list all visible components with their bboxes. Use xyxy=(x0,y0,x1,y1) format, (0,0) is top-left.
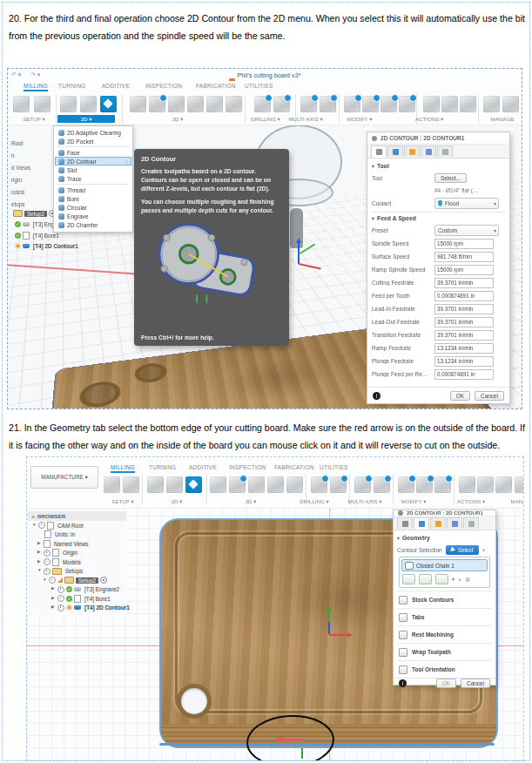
expand-icon[interactable] xyxy=(51,587,56,591)
select-button[interactable]: Select xyxy=(446,545,479,555)
multi-axis-icon[interactable] xyxy=(300,96,317,112)
tab-fabrication[interactable]: FABRICATION xyxy=(196,83,236,89)
multi-axis-icon[interactable] xyxy=(320,96,336,112)
expand-icon[interactable] xyxy=(37,550,42,555)
multi-axis-icon[interactable] xyxy=(374,476,390,493)
post-process-g1g2-icon[interactable] xyxy=(477,476,494,493)
tree-row-2d-contour[interactable]: [T4] 2D Contour1 xyxy=(15,243,80,249)
browser-item-setups[interactable]: etups xyxy=(10,201,26,207)
cancel-button[interactable]: Cancel xyxy=(461,679,490,688)
menu-item-face[interactable]: Face xyxy=(55,148,131,157)
3d-icon[interactable] xyxy=(210,476,226,493)
modify-icon[interactable] xyxy=(344,96,360,112)
tool-orientation-row[interactable]: Tool Orientation xyxy=(397,660,492,678)
2d-adaptive-icon[interactable] xyxy=(147,476,164,493)
3d-icon[interactable] xyxy=(187,96,204,112)
tab-linking[interactable] xyxy=(463,517,479,529)
info-icon[interactable] xyxy=(373,392,380,400)
group-label-setup[interactable]: SETUP ▾ xyxy=(104,497,142,505)
tab-milling[interactable]: MILLING xyxy=(24,83,48,91)
browser-item-cam-root[interactable]: Root xyxy=(10,140,24,146)
browser-item-engrave2[interactable]: [T3] Engrave2 xyxy=(27,585,126,595)
setup-sheet-icon[interactable] xyxy=(34,96,51,112)
field-input[interactable]: 15000 rpm xyxy=(434,265,494,275)
menu-item-2d-pocket[interactable]: 2D Pocket xyxy=(55,137,131,145)
tab-additive[interactable]: ADDITIVE xyxy=(189,464,217,470)
remove-icon[interactable] xyxy=(458,577,461,583)
3d-icon[interactable] xyxy=(226,96,242,112)
rest-machining-checkbox[interactable] xyxy=(399,631,407,639)
setup-sheet-icon[interactable] xyxy=(123,476,139,493)
browser-item-models[interactable]: Models xyxy=(27,557,126,567)
drilling-icon[interactable] xyxy=(311,476,327,493)
tool-library-icon[interactable] xyxy=(515,476,524,493)
menu-item-circular[interactable]: Circular xyxy=(55,203,131,212)
field-input[interactable]: 0.000874891 in xyxy=(434,291,494,301)
browser-item-origin[interactable]: Origin xyxy=(27,549,126,558)
tool-select-button[interactable]: Select... xyxy=(434,173,467,183)
tool-library-icon[interactable] xyxy=(483,96,500,112)
group-label-actions[interactable]: ACTIONS ▾ xyxy=(401,115,457,123)
browser-item-setups[interactable]: Setups xyxy=(27,567,126,577)
browser-header[interactable]: BROWSER xyxy=(27,511,126,521)
2d-adaptive-icon[interactable] xyxy=(60,96,77,112)
stock-contours-checkbox[interactable] xyxy=(399,596,407,604)
geometry-section-header[interactable]: Geometry xyxy=(397,532,492,544)
group-label-modify[interactable]: MODIFY ▾ xyxy=(387,497,440,505)
group-label-3d[interactable]: 3D ▾ xyxy=(220,497,281,505)
browser-item-bore1[interactable]: [T4] Bore1 xyxy=(27,594,126,604)
menu-item-slot[interactable]: Slot xyxy=(55,165,131,174)
simulate-icon[interactable] xyxy=(459,476,475,493)
setup-sheet-report-icon[interactable] xyxy=(460,96,476,112)
browser-item-2d-contour1[interactable]: [T4] 2D Contour1 xyxy=(27,604,126,613)
tree-row-setup2[interactable]: Setup2 xyxy=(13,210,56,217)
field-input[interactable]: 39.3701 in/min xyxy=(434,330,494,341)
3d-icon[interactable] xyxy=(149,96,165,112)
manufacture-menu-button[interactable]: MANUFACTURE ▾ xyxy=(30,466,98,489)
setup-icon[interactable] xyxy=(104,476,120,493)
ok-button[interactable]: OK xyxy=(436,679,456,688)
modify-icon[interactable] xyxy=(399,96,415,112)
3d-icon[interactable] xyxy=(130,96,146,112)
simulate-icon[interactable] xyxy=(423,96,440,112)
visibility-icon[interactable] xyxy=(57,586,64,593)
3d-icon[interactable] xyxy=(267,476,284,493)
menu-item-2d-contour[interactable]: 2D Contour xyxy=(55,157,131,165)
chevron-down-icon[interactable] xyxy=(452,577,455,582)
multi-axis-icon[interactable] xyxy=(354,476,371,493)
setup-icon[interactable] xyxy=(13,96,30,112)
2d-pocket-icon[interactable] xyxy=(80,96,97,112)
field-input[interactable]: 13.1234 in/min xyxy=(434,343,494,354)
dialog-header[interactable]: 2D CONTOUR : 2D CONTOUR1 xyxy=(367,132,509,145)
visibility-icon[interactable] xyxy=(57,604,64,611)
tab-additive[interactable]: ADDITIVE xyxy=(102,83,130,89)
post-process-g1g2-icon[interactable] xyxy=(441,96,458,112)
browser-item-cam-root[interactable]: CAM Root xyxy=(27,521,126,530)
tab-fabrication[interactable]: FABRICATION xyxy=(274,464,314,470)
menu-item-2d-adaptive-clearing[interactable]: 2D Adaptive Clearing xyxy=(55,128,131,137)
menu-item-bore[interactable]: Bore xyxy=(55,194,131,203)
2d-contour-icon[interactable] xyxy=(185,476,202,493)
wrap-toolpath-row[interactable]: Wrap Toolpath xyxy=(397,643,492,660)
drilling-icon[interactable] xyxy=(273,96,290,112)
chain-mode-icon[interactable] xyxy=(402,574,415,584)
tree-row-bore[interactable]: [T4] Bore1 xyxy=(15,232,61,240)
tab-turning[interactable]: TURNING xyxy=(149,464,176,470)
tool-orientation-checkbox[interactable] xyxy=(399,665,407,674)
expand-icon[interactable] xyxy=(51,597,56,601)
browser-item-setup2[interactable]: Setup2 xyxy=(27,576,126,585)
field-input[interactable]: 981.748 ft/min xyxy=(434,252,494,262)
menu-item-trace[interactable]: Trace xyxy=(55,174,131,183)
browser-item-origin[interactable]: rigin xyxy=(10,177,24,183)
expand-icon[interactable] xyxy=(43,578,47,583)
modify-icon[interactable] xyxy=(434,476,451,493)
browser-item-models[interactable]: odels xyxy=(10,189,26,195)
field-input[interactable]: 39.3701 in/min xyxy=(434,317,494,327)
modify-icon[interactable] xyxy=(362,96,379,112)
machine-library-icon[interactable] xyxy=(502,96,519,112)
tab-passes[interactable] xyxy=(421,145,436,157)
tab-utilities[interactable]: UTILITIES xyxy=(245,83,273,89)
tab-utilities[interactable]: UTILITIES xyxy=(320,464,348,470)
group-label-manage[interactable]: MANAGE xyxy=(476,115,522,123)
drilling-icon[interactable] xyxy=(254,96,271,112)
